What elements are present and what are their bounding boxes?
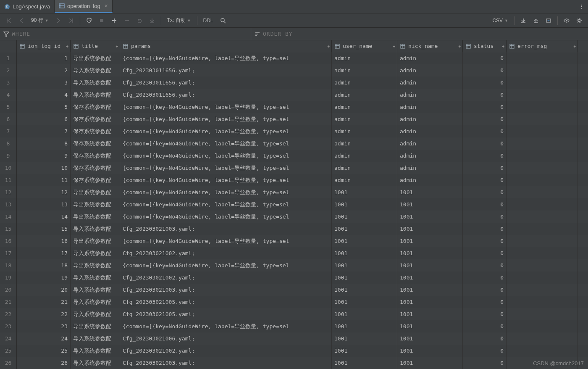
cell-params[interactable]: Cfg_202303021005.yaml; — [120, 296, 332, 308]
cell-ion_log_id[interactable]: 24 — [17, 332, 71, 345]
table-body[interactable]: 11导出系统参数配{common=[{key=No4GuideWire, lab… — [0, 52, 588, 369]
cell-params[interactable]: {common=[{key=No4GuideWire, label=导丝数量, … — [120, 174, 332, 186]
cell-ion_log_id[interactable]: 1 — [17, 52, 71, 64]
cell-user_name[interactable]: admin — [332, 113, 397, 125]
import-button[interactable] — [530, 15, 541, 26]
cell-user_name[interactable]: admin — [332, 101, 397, 113]
cell-user_name[interactable]: 1001 — [332, 223, 397, 235]
export-button[interactable] — [518, 15, 529, 26]
cell-ion_log_id[interactable]: 18 — [17, 259, 71, 271]
table-row[interactable]: 1515导入系统参数配Cfg_202303021003.yaml;1001100… — [0, 223, 588, 235]
cell-params[interactable]: Cfg_202303021002.yaml; — [120, 271, 332, 284]
column-header-title[interactable]: title◆ — [71, 40, 120, 52]
cell-user_name[interactable]: admin — [332, 89, 397, 101]
cell-status[interactable]: 0 — [463, 223, 507, 235]
cell-title[interactable]: 导出系统参数配 — [71, 320, 120, 332]
cell-error_msg[interactable] — [507, 101, 578, 113]
cell-title[interactable]: 导入系统参数配 — [71, 284, 120, 296]
cell-title[interactable]: 导出系统参数配 — [71, 52, 120, 64]
cell-status[interactable]: 0 — [463, 198, 507, 211]
cell-status[interactable]: 0 — [463, 271, 507, 284]
cell-user_name[interactable]: 1001 — [332, 211, 397, 223]
cell-ion_log_id[interactable]: 13 — [17, 198, 71, 211]
cell-ion_log_id[interactable]: 3 — [17, 76, 71, 89]
cell-status[interactable]: 0 — [463, 89, 507, 101]
cell-title[interactable]: 导出系统参数配 — [71, 235, 120, 247]
cell-params[interactable]: {common=[{key=No4GuideWire, label=导丝数量, … — [120, 150, 332, 162]
cell-params[interactable]: {common=[{key=No4GuideWire, label=导丝数量, … — [120, 125, 332, 137]
tab-logaspect-java[interactable]: LogAspect.java — [0, 0, 55, 13]
table-row[interactable]: 2323导出系统参数配{common=[{key=No4GuideWire, l… — [0, 320, 588, 332]
column-header-status[interactable]: status◆ — [463, 40, 507, 52]
cell-nick_name[interactable]: admin — [397, 125, 463, 137]
table-row[interactable]: 1313导出系统参数配{common=[{key=No4GuideWire, l… — [0, 198, 588, 211]
cell-ion_log_id[interactable]: 2 — [17, 64, 71, 76]
cell-status[interactable]: 0 — [463, 235, 507, 247]
cell-params[interactable]: Cfg_202303021002.yaml; — [120, 345, 332, 357]
cell-params[interactable]: Cfg_202303011656.yaml; — [120, 89, 332, 101]
table-row[interactable]: 88保存系统参数配{common=[{key=No4GuideWire, lab… — [0, 137, 588, 150]
table-row[interactable]: 99保存系统参数配{common=[{key=No4GuideWire, lab… — [0, 150, 588, 162]
table-row[interactable]: 33导入系统参数配Cfg_202303011656.yaml;adminadmi… — [0, 76, 588, 89]
cell-status[interactable]: 0 — [463, 64, 507, 76]
table-row[interactable]: 2626导入系统参数配Cfg_202303021003.yaml;1001100… — [0, 357, 588, 369]
table-row[interactable]: 2121导入系统参数配Cfg_202303021005.yaml;1001100… — [0, 296, 588, 308]
cell-error_msg[interactable] — [507, 223, 578, 235]
cell-nick_name[interactable]: admin — [397, 150, 463, 162]
table-row[interactable]: 11导出系统参数配{common=[{key=No4GuideWire, lab… — [0, 52, 588, 64]
cell-error_msg[interactable] — [507, 259, 578, 271]
column-header-ion_log_id[interactable]: ion_log_id◆ — [17, 40, 71, 52]
cell-status[interactable]: 0 — [463, 345, 507, 357]
cell-ion_log_id[interactable]: 9 — [17, 150, 71, 162]
table-row[interactable]: 77保存系统参数配{common=[{key=No4GuideWire, lab… — [0, 125, 588, 137]
cell-status[interactable]: 0 — [463, 186, 507, 198]
cell-error_msg[interactable] — [507, 52, 578, 64]
commit-button[interactable] — [147, 15, 158, 26]
cell-error_msg[interactable] — [507, 332, 578, 345]
cell-error_msg[interactable] — [507, 308, 578, 320]
cell-ion_log_id[interactable]: 25 — [17, 345, 71, 357]
cell-ion_log_id[interactable]: 5 — [17, 101, 71, 113]
cell-error_msg[interactable] — [507, 296, 578, 308]
cell-error_msg[interactable] — [507, 235, 578, 247]
cell-error_msg[interactable] — [507, 247, 578, 259]
cell-nick_name[interactable]: admin — [397, 101, 463, 113]
cell-nick_name[interactable]: 1001 — [397, 296, 463, 308]
column-header-user_name[interactable]: user_name◆ — [332, 40, 397, 52]
cell-params[interactable]: Cfg_202303021005.yaml; — [120, 308, 332, 320]
cell-status[interactable]: 0 — [463, 113, 507, 125]
cell-nick_name[interactable]: 1001 — [397, 345, 463, 357]
cell-user_name[interactable]: admin — [332, 137, 397, 150]
settings-button[interactable] — [574, 15, 585, 26]
cell-ion_log_id[interactable]: 8 — [17, 137, 71, 150]
cell-nick_name[interactable]: 1001 — [397, 198, 463, 211]
cell-params[interactable]: {common=[{key=No4GuideWire, label=导丝数量, … — [120, 198, 332, 211]
cell-title[interactable]: 导出系统参数配 — [71, 198, 120, 211]
cell-user_name[interactable]: 1001 — [332, 186, 397, 198]
cell-user_name[interactable]: admin — [332, 76, 397, 89]
cell-nick_name[interactable]: 1001 — [397, 308, 463, 320]
remove-row-button[interactable] — [121, 15, 132, 26]
cell-ion_log_id[interactable]: 23 — [17, 320, 71, 332]
reload-button[interactable] — [84, 15, 94, 26]
cell-nick_name[interactable]: 1001 — [397, 357, 463, 369]
cell-title[interactable]: 导入系统参数配 — [71, 223, 120, 235]
cell-status[interactable]: 0 — [463, 211, 507, 223]
cell-title[interactable]: 导入系统参数配 — [71, 271, 120, 284]
table-row[interactable]: 22导入系统参数配Cfg_202303011656.yaml;adminadmi… — [0, 64, 588, 76]
table-row[interactable]: 2222导入系统参数配Cfg_202303021005.yaml;1001100… — [0, 308, 588, 320]
cell-nick_name[interactable]: 1001 — [397, 223, 463, 235]
cell-ion_log_id[interactable]: 14 — [17, 211, 71, 223]
table-row[interactable]: 44导入系统参数配Cfg_202303011656.yaml;adminadmi… — [0, 89, 588, 101]
cell-user_name[interactable]: 1001 — [332, 247, 397, 259]
cell-error_msg[interactable] — [507, 76, 578, 89]
cell-ion_log_id[interactable]: 26 — [17, 357, 71, 369]
table-row[interactable]: 1818导出系统参数配{common=[{key=No4GuideWire, l… — [0, 259, 588, 271]
cell-error_msg[interactable] — [507, 198, 578, 211]
table-row[interactable]: 55保存系统参数配{common=[{key=No4GuideWire, lab… — [0, 101, 588, 113]
cell-title[interactable]: 导入系统参数配 — [71, 89, 120, 101]
cell-params[interactable]: Cfg_202303021002.yaml; — [120, 247, 332, 259]
cell-user_name[interactable]: 1001 — [332, 345, 397, 357]
cell-user_name[interactable]: 1001 — [332, 332, 397, 345]
cell-title[interactable]: 导入系统参数配 — [71, 76, 120, 89]
